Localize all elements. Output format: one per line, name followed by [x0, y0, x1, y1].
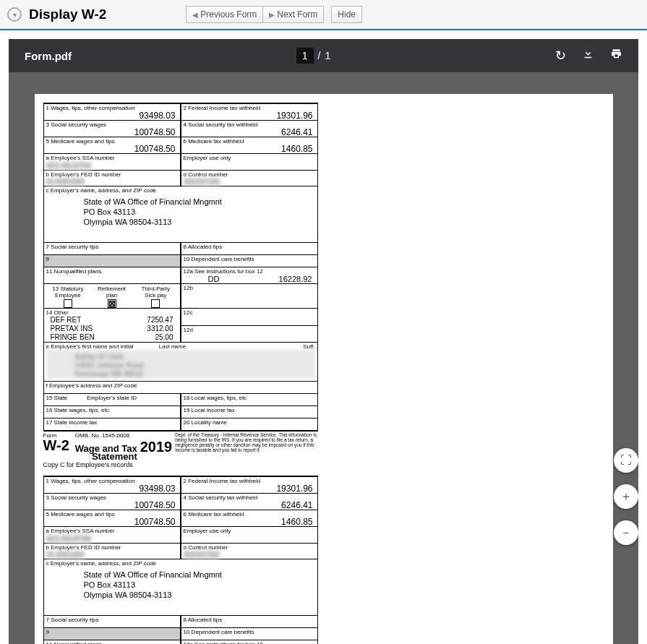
box-8: 8 Allocated tips — [181, 616, 318, 628]
box-9: 9 — [43, 255, 181, 267]
pdf-page-current[interactable]: 1 — [296, 48, 314, 64]
pdf-page: 1 Wages, tips, other compensation93498.0… — [35, 94, 613, 644]
box-19: 19 Local income tax — [181, 406, 318, 418]
box-b: b Employer's FED ID number91-6001089 — [43, 171, 181, 186]
page-title: Display W-2 — [29, 7, 106, 22]
box-3: 3 Social security wages100748.50 — [43, 121, 181, 137]
box-18: 18 Local wages, tips, etc — [181, 394, 318, 406]
box-5: 5 Medicare wages and tips100748.50 — [43, 510, 181, 527]
box-9: 9 — [43, 628, 181, 640]
w2-copies-grid: 1 Wages, tips, other compensation93498.0… — [43, 103, 604, 644]
box-c: c Employer's name, address, and ZIP code… — [43, 186, 318, 243]
box-2: 2 Federal Income tax withheld19301.96 — [181, 103, 318, 121]
pdf-body: 1 Wages, tips, other compensation93498.0… — [9, 72, 638, 644]
box-11: 11 Nonqualified plans — [43, 640, 181, 644]
pdf-actions: ↻ — [555, 48, 622, 64]
box-c: c Employer's name, address, and ZIP code… — [43, 559, 318, 616]
box-7: 7 Social security tips — [43, 243, 181, 255]
box-b: b Employer's FED ID number91-6001089 — [43, 544, 181, 559]
w2-copy: 1 Wages, tips, other compensation93498.0… — [43, 476, 318, 644]
box-a: a Employee's SSA number421-44-8794 — [43, 154, 181, 171]
box-5: 5 Medicare wages and tips100748.50 — [43, 137, 181, 154]
app-toolbar: ▾ Display W-2 ◀Previous Form ▶Next Form … — [0, 0, 647, 30]
box-13: 13 StatutoryEmployeeRetirementplan⊠Third… — [43, 284, 181, 309]
box-1: 1 Wages, tips, other compensation93498.0… — [43, 103, 181, 121]
next-form-button[interactable]: ▶Next Form — [263, 6, 324, 23]
box-1: 1 Wages, tips, other compensation93498.0… — [43, 476, 181, 494]
box-15: 15 State Employer's state ID — [43, 394, 181, 406]
box-6: 6 Medicare tax withheld1460.85 — [181, 510, 318, 527]
box-12c: 12c — [181, 309, 318, 326]
box-4: 4 Social security tax withheld6246.41 — [181, 494, 318, 510]
box-3: 3 Social security wages100748.50 — [43, 494, 181, 510]
pdf-page-total: 1 — [325, 50, 330, 61]
box-11: 11 Nonqualified plans — [43, 267, 181, 284]
pdf-filename: Form.pdf — [25, 50, 72, 62]
box-7: 7 Social security tips — [43, 616, 181, 628]
pdf-toolbar: Form.pdf 1 / 1 ↻ — [9, 39, 638, 72]
box-20: 20 Locality name — [181, 418, 318, 431]
left-arrow-icon: ◀ — [192, 11, 198, 19]
copy-caption: Copy C for Employee's records — [43, 460, 318, 468]
fit-page-icon[interactable]: ⛶ — [614, 448, 638, 473]
pdf-paging: 1 / 1 — [296, 48, 330, 64]
box-16: 16 State wages, tips, etc. — [43, 406, 181, 418]
box-2: 2 Federal Income tax withheld19301.96 — [181, 476, 318, 494]
zoom-out-icon[interactable]: － — [614, 520, 638, 545]
box-10: 10 Dependent care benefits — [181, 255, 318, 267]
previous-form-button[interactable]: ◀Previous Form — [186, 6, 263, 23]
collapse-icon[interactable]: ▾ — [7, 7, 22, 22]
pdf-float-controls: ⛶ ＋ － — [614, 448, 638, 545]
rotate-icon[interactable]: ↻ — [555, 48, 566, 64]
box-e: e Employee's first name and initialLast … — [43, 343, 318, 382]
box-17: 17 State income tax — [43, 418, 181, 431]
box-a: a Employee's SSA number421-44-8794 — [43, 527, 181, 544]
box-12d: 12d — [181, 326, 318, 343]
box-10: 10 Dependent care benefits — [181, 628, 318, 640]
download-icon[interactable] — [582, 48, 594, 64]
w2-copy: 1 Wages, tips, other compensation93498.0… — [43, 103, 318, 468]
box-6: 6 Medicare tax withheld1460.85 — [181, 137, 318, 154]
box-12a: 12a See instructions for box 12DD16228.9… — [181, 267, 318, 284]
pdf-viewer: Form.pdf 1 / 1 ↻ 1 Wages, tips, other co… — [9, 39, 638, 644]
form-nav-group: ◀Previous Form ▶Next Form — [186, 6, 324, 23]
box-12b: 12b — [181, 284, 318, 309]
print-icon[interactable] — [610, 48, 622, 64]
box-employer-use: Employer use only — [181, 527, 318, 544]
box-d: d Control number000297200 — [181, 171, 318, 186]
right-arrow-icon: ▶ — [269, 11, 275, 19]
box-f: f Employee's address and ZIP code — [43, 382, 318, 394]
hide-button[interactable]: Hide — [331, 6, 362, 23]
box-8: 8 Allocated tips — [181, 243, 318, 255]
w2-footer: FormW-2OMB. No. 1545-0008Wage and TaxSta… — [43, 431, 318, 460]
box-d: d Control number000297200 — [181, 544, 318, 559]
box-4: 4 Social security tax withheld6246.41 — [181, 121, 318, 137]
box-employer-use: Employer use only — [181, 154, 318, 171]
box-14: 14 OtherDEF RET7250.47PRETAX INS3312.00F… — [43, 309, 181, 343]
box-12a: 12a See instructions for box 12DD16228.9… — [181, 640, 318, 644]
zoom-in-icon[interactable]: ＋ — [614, 484, 638, 509]
